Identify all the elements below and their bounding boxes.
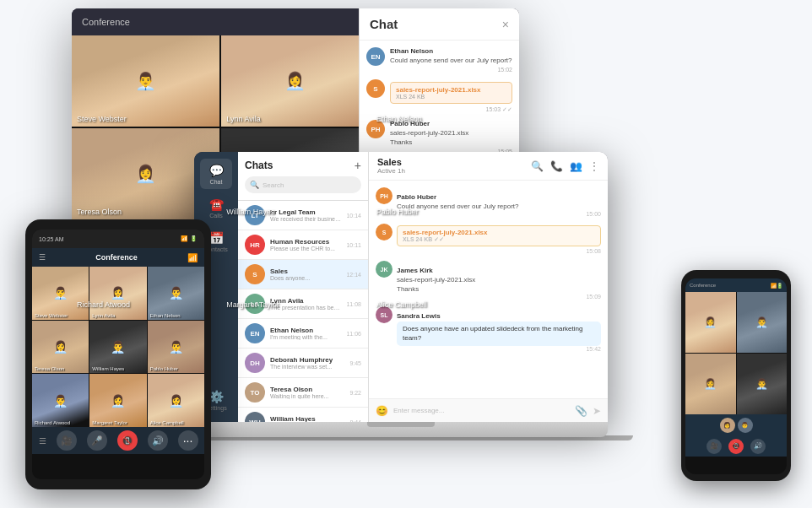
tablet-end-call-btn[interactable]: 📵	[117, 430, 138, 451]
message-content-1: Ethan Nelson Could anyone send over our …	[390, 47, 512, 73]
chat-list-panel: Chats + 🔍 Search LT hr Legal Team We rec…	[238, 152, 369, 422]
tablet-status-icons: 📶 🔋	[181, 235, 198, 242]
laptop-file-attach[interactable]: sales-report-july-2021.xlsx XLS 24 KB ✓✓	[397, 225, 601, 246]
phone-participant-icon-2: 👨	[738, 418, 753, 433]
emoji-icon[interactable]: 😊	[376, 405, 388, 417]
chat-list-items: LT hr Legal Team We received their busin…	[238, 201, 368, 422]
chat-time-ethan: 11:06	[346, 331, 361, 337]
list-item-sales[interactable]: S Sales Does anyone... 12:14	[238, 260, 368, 289]
tablet-cell-2: 👩‍💼 Lynn Avila	[89, 267, 146, 320]
tablet-mic-btn[interactable]: 🎤	[87, 430, 107, 451]
phone-participant-icon: 👩	[720, 418, 735, 433]
tablet-video-grid: 👨‍💼 Steve Webster 👩‍💼 Lynn Avila 👨‍💼 Eth…	[32, 267, 204, 427]
phone-speaker-btn[interactable]: 🔊	[750, 439, 766, 454]
laptop-file-meta: XLS 24 KB ✓✓	[403, 236, 595, 243]
chat-message-3: PH Pablo Huber sales-report-july-2021.xl…	[366, 120, 512, 154]
tablet-menu-icon[interactable]: ☰	[39, 253, 46, 262]
chat-close-button[interactable]: ×	[502, 18, 509, 31]
avatar-william: WH	[245, 412, 265, 422]
phone-person-1: 👩‍💼	[685, 292, 736, 353]
tablet-camera-btn[interactable]: 🎥	[57, 430, 77, 451]
chat-message-1: EN Ethan Nelson Could anyone send over o…	[366, 47, 512, 73]
chat-info-sales: Sales Does anyone...	[270, 268, 341, 281]
laptop-sender-sandra: Sandra Lewis	[397, 312, 441, 320]
list-item-deborah[interactable]: DH Deborah Humphrey The interview was se…	[238, 349, 368, 378]
file-time: 15:03 ✓✓	[390, 106, 512, 113]
tablet-name-8: Margaret Taylor	[92, 420, 127, 425]
laptop-sender-james: James Kirk	[397, 267, 433, 274]
settings-sidebar-icon: ⚙️	[209, 390, 224, 403]
video-call-icon[interactable]: 👥	[570, 160, 582, 172]
tablet: 10:25 AM 📶 🔋 ☰ Conference 📶 👨‍💼 Steve We…	[25, 219, 211, 489]
person-name-4: Teresa Olson	[77, 208, 122, 216]
laptop-avatar-sandra: SL	[376, 306, 392, 323]
tablet-person-3: 👨‍💼	[148, 267, 204, 320]
chat-time-legal: 10:14	[346, 213, 361, 219]
list-item-hr[interactable]: HR Human Resources Please use the CHR to…	[238, 230, 368, 260]
tablet-frame: 10:25 AM 📶 🔋 ☰ Conference 📶 👨‍💼 Steve We…	[25, 219, 211, 489]
person-name-3: Ethan Nelson	[376, 115, 422, 123]
video-cell-1: 👨‍💼 Steve Webster	[72, 35, 219, 127]
phone-camera-btn[interactable]: 🎥	[706, 439, 722, 454]
sidebar-item-chat[interactable]: 💬 Chat	[200, 159, 232, 189]
tablet-more-btn[interactable]: ···	[178, 430, 198, 451]
phone-person-4: 👨‍💼	[737, 354, 788, 414]
laptop-screen: 💬 Chat ☎️ Calls 📅 Contacts ⚙️ Settings	[194, 152, 608, 422]
chat-input-bar: 😊 Enter message... 📎 ➤	[369, 398, 608, 422]
laptop-bubble-sandra: Does anyone have an updated slidedeck fr…	[397, 322, 601, 346]
send-icon[interactable]: ➤	[593, 405, 601, 417]
main-chat-action-icons: 🔍 📞 👥 ⋮	[531, 160, 599, 172]
phone-screen: Conference 📶🔋 👩‍💼 👨‍💼 👩‍💼 👨‍�	[685, 278, 787, 474]
person-face-1: 👨‍💼	[72, 35, 219, 127]
chat-search-bar[interactable]: 🔍 Search	[245, 176, 361, 193]
person-name-6: Pablo Huber	[376, 208, 419, 216]
chat-sidebar-icon: 💬	[209, 164, 224, 177]
file-attachment[interactable]: sales-report-july-2021.xlsx XLS 24 KB	[390, 82, 512, 104]
tablet-name-6: Pablo Huber	[150, 366, 178, 371]
more-options-icon[interactable]: ⋮	[589, 160, 599, 172]
chat-preview-hr: Please use the CHR to...	[270, 246, 341, 251]
main-chat-header: Sales Active 1h 🔍 📞 👥 ⋮	[369, 152, 608, 181]
phone-frame: Conference 📶🔋 👩‍💼 👨‍💼 👩‍💼 👨‍�	[681, 270, 791, 481]
chat-preview-sales: Does anyone...	[270, 275, 341, 281]
search-icon: 🔍	[250, 181, 259, 189]
chat-info-deborah: Deborah Humphrey The interview was set..…	[270, 356, 344, 370]
attachment-icon[interactable]: 📎	[575, 405, 587, 417]
person-name-5: William Hayes	[226, 208, 274, 216]
chat-time-lynn: 11:08	[346, 301, 361, 307]
avatar-ethan-list: EN	[245, 323, 265, 343]
call-icon[interactable]: 📞	[550, 160, 563, 172]
chat-time-sales: 12:14	[346, 272, 361, 278]
list-item-william[interactable]: WH William Hayes The executive has a new…	[238, 408, 368, 422]
phone-end-call-btn[interactable]: 📵	[728, 439, 744, 454]
chat-time-teresa: 9:22	[349, 390, 361, 396]
chat-name-legal: hr Legal Team	[270, 208, 341, 216]
tablet-topbar: 10:25 AM 📶 🔋	[32, 230, 204, 248]
search-chat-icon[interactable]: 🔍	[531, 160, 544, 172]
add-chat-button[interactable]: +	[355, 159, 361, 172]
tablet-speaker-btn[interactable]: 🔊	[148, 430, 168, 451]
tablet-name-9: Alice Campbell	[150, 420, 184, 425]
avatar-hr: HR	[245, 235, 265, 255]
laptop-notch	[367, 422, 435, 427]
tablet-person-8: 👩‍💼	[89, 374, 146, 427]
tablet-name-7: Richard Atwood	[35, 420, 70, 425]
chat-info-william: William Hayes The executive has a new...	[270, 415, 344, 422]
phone-cell-3: 👩‍💼	[685, 354, 736, 414]
avatar-teresa: TO	[245, 382, 265, 403]
list-item-ethan[interactable]: EN Ethan Nelson I'm meeting with the... …	[238, 319, 368, 349]
chat-name-hr: Human Resources	[270, 238, 341, 246]
message-input[interactable]: Enter message...	[393, 407, 570, 414]
tablet-cell-1: 👨‍💼 Steve Webster	[32, 267, 89, 320]
avatar-sales: S	[366, 79, 385, 98]
laptop-text-pablo: Could anyone send over our July report?	[397, 203, 601, 211]
person-face-2: 👩‍💼	[221, 35, 369, 127]
tablet-cell-6: 👨‍💼 Pablo Huber	[148, 321, 204, 374]
phone-icons: 📶🔋	[771, 283, 782, 289]
phone-topbar: Conference 📶🔋	[685, 278, 787, 292]
file-content: sales-report-july-2021.xlsx XLS 24 KB 15…	[390, 79, 512, 113]
person-name-8: Margaret Taylor	[226, 300, 279, 309]
file-message: S sales-report-july-2021.xlsx XLS 24 KB …	[366, 79, 512, 113]
list-item-teresa[interactable]: TO Teresa Olson Waiting in quite here...…	[238, 378, 368, 408]
person-name-9: Alice Campbell	[376, 300, 427, 309]
